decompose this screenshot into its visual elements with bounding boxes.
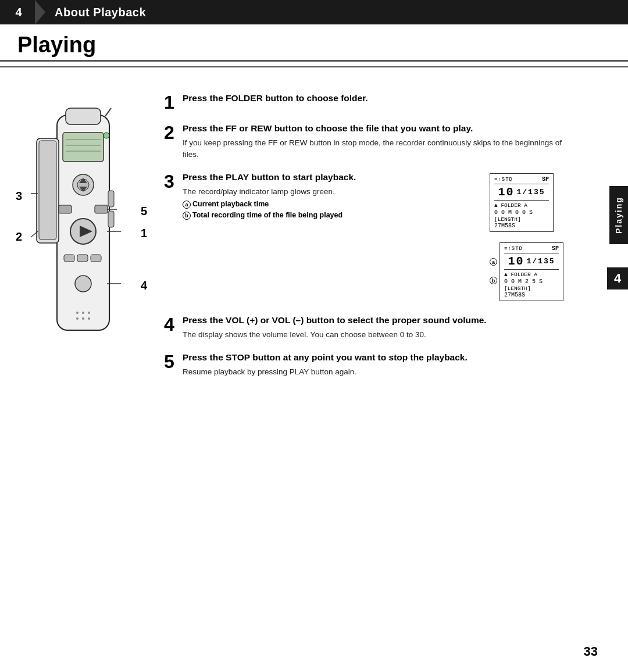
step-4-content: Press the VOL (+) or VOL (–) button to s… <box>183 314 565 341</box>
label-b-text: Total recording time of the file being p… <box>192 211 342 219</box>
step-2: 2 Press the FF or REW button to choose t… <box>164 122 565 160</box>
svg-point-25 <box>76 317 78 320</box>
chapter-tab: 4 <box>607 267 628 289</box>
diag2-circle-a: a <box>490 258 497 266</box>
step-1-content: Press the FOLDER button to choose folder… <box>183 92 565 107</box>
step-1-title: Press the FOLDER button to choose folder… <box>183 92 565 105</box>
step-3-diagrams: ≡↑STD SP 10 1/135 ▲ FOLDER A 0 0 M 0 0 S… <box>490 171 565 303</box>
diag1-time: 0 0 M 0 0 S <box>494 209 549 216</box>
diag2-main: 10 1/135 <box>504 253 559 270</box>
instructions: 1 Press the FOLDER button to choose fold… <box>164 92 612 388</box>
svg-rect-20 <box>108 191 114 207</box>
svg-rect-17 <box>77 255 88 262</box>
diag2-wrapper: a b ≡↑STD SP 10 1/135 <box>490 240 565 303</box>
step-5: 5 Press the STOP button at any point you… <box>164 351 565 378</box>
header-title: About Playback <box>55 6 146 19</box>
svg-rect-16 <box>64 255 74 262</box>
circle-b: b <box>183 212 191 220</box>
svg-point-22 <box>76 312 78 314</box>
svg-rect-21 <box>108 211 114 227</box>
svg-point-28 <box>104 133 109 138</box>
step-3-content: Press the PLAY button to start playback.… <box>183 171 565 303</box>
side-tab: Playing <box>609 186 628 244</box>
diag2-num1: 10 <box>508 255 524 268</box>
label-5: 5 <box>141 205 147 218</box>
diag2-sp: SP <box>552 245 559 252</box>
label-a-line: a Current playback time <box>183 200 478 209</box>
diag1-sp: SP <box>542 176 549 183</box>
step-4-title: Press the VOL (+) or VOL (–) button to s… <box>183 314 565 327</box>
step-2-content: Press the FF or REW button to choose the… <box>183 122 565 160</box>
device-image: 3 2 5 1 4 <box>25 103 141 348</box>
diagram-1: ≡↑STD SP 10 1/135 ▲ FOLDER A 0 0 M 0 0 S… <box>490 173 554 232</box>
svg-rect-4 <box>63 133 104 162</box>
diagram-2: ≡↑STD SP 10 1/135 ▲ FOLDER A 0 0 M 2 5 S… <box>499 242 563 301</box>
step-4: 4 Press the VOL (+) or VOL (–) button to… <box>164 314 565 341</box>
step-3: 3 Press the PLAY button to start playbac… <box>164 171 565 303</box>
svg-line-29 <box>105 108 111 116</box>
diag2-slash: 1/135 <box>527 257 555 266</box>
step-3-number: 3 <box>164 172 178 191</box>
diag2-icons: ≡↑STD <box>504 246 523 252</box>
diag1-num1: 10 <box>498 185 514 199</box>
diag1-main: 10 1/135 <box>494 184 549 201</box>
diag1-length-label: [LENGTH] <box>494 216 549 223</box>
step-5-content: Press the STOP button at any point you w… <box>183 351 565 378</box>
step-4-body: The display shows the volume level. You … <box>183 329 565 341</box>
header-bar: 4 About Playback <box>0 0 628 24</box>
step-2-body: If you keep pressing the FF or REW butto… <box>183 137 565 161</box>
step-5-number: 5 <box>164 352 178 371</box>
diag2-length-label: [LENGTH] <box>504 285 559 292</box>
step-4-number: 4 <box>164 315 178 334</box>
diag1-icons: ≡↑STD <box>494 177 513 183</box>
step-2-number: 2 <box>164 123 178 142</box>
diag2-time: 0 0 M 2 5 S <box>504 278 559 285</box>
label-b-line: b Total recording time of the file being… <box>183 211 478 220</box>
step-3-title: Press the PLAY button to start playback. <box>183 171 478 184</box>
diag1-length-val: 27M58S <box>494 223 549 229</box>
label-2: 2 <box>16 230 22 244</box>
step-1: 1 Press the FOLDER button to choose fold… <box>164 92 565 112</box>
step-1-number: 1 <box>164 93 178 112</box>
svg-point-27 <box>88 317 90 320</box>
device-diagram: 3 2 5 1 4 <box>16 92 150 388</box>
page-title: Playing <box>0 24 628 62</box>
step-3-with-diagram: Press the PLAY button to start playback.… <box>183 171 565 303</box>
step-5-body: Resume playback by pressing PLAY button … <box>183 366 565 378</box>
svg-point-26 <box>82 317 84 320</box>
svg-rect-12 <box>59 205 72 213</box>
label-1: 1 <box>141 227 147 240</box>
svg-point-19 <box>75 276 91 292</box>
chapter-number: 4 <box>10 6 27 19</box>
title-divider <box>0 66 628 67</box>
label-3: 3 <box>16 190 22 203</box>
diag1-folder: ▲ FOLDER A <box>494 202 549 209</box>
label-4: 4 <box>141 279 147 292</box>
step-3-body: The record/play indicator lamp glows gre… <box>183 186 478 198</box>
svg-rect-1 <box>66 108 101 124</box>
header-triangle <box>35 0 45 24</box>
ab-labels-col: a b <box>490 240 497 284</box>
svg-rect-3 <box>39 141 56 240</box>
svg-point-24 <box>88 312 90 314</box>
step-5-title: Press the STOP button at any point you w… <box>183 351 565 364</box>
page-number: 33 <box>584 644 598 659</box>
circle-a: a <box>183 201 191 209</box>
diag2-folder: ▲ FOLDER A <box>504 271 559 278</box>
label-a-text: Current playback time <box>192 200 269 208</box>
svg-rect-18 <box>91 255 101 262</box>
step-2-title: Press the FF or REW button to choose the… <box>183 122 565 135</box>
svg-rect-13 <box>95 205 108 213</box>
svg-point-23 <box>82 312 84 314</box>
diag2-length-val: 27M58S <box>504 292 559 298</box>
diag2-circle-b: b <box>490 277 497 284</box>
recorder-svg <box>25 103 141 353</box>
main-content: 3 2 5 1 4 1 Press the FOLDER button to c… <box>0 78 628 388</box>
step-3-text: Press the PLAY button to start playback.… <box>183 171 478 220</box>
diag1-slash: 1/135 <box>517 188 545 196</box>
